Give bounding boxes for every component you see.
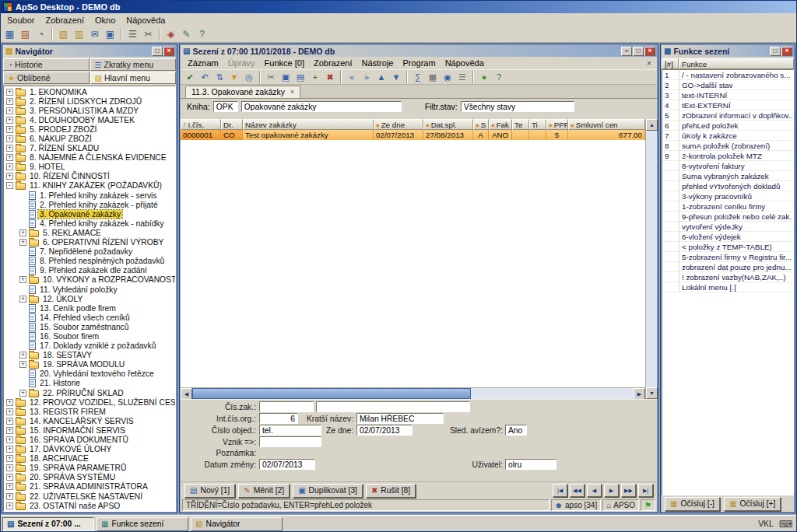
tree-item[interactable]: +14. KANCELÁŘSKÝ SERVIS (4, 416, 175, 425)
menu-nastroje[interactable]: Nástroje (356, 58, 398, 68)
folders-icon[interactable]: ▧ (56, 27, 71, 41)
tree-item[interactable]: 16. Soubor firem (4, 331, 175, 341)
tree-item[interactable]: +13. REGISTR FIREM (4, 407, 175, 416)
tree-item[interactable]: 17. Doklady vzniklé z požadavků (4, 341, 175, 351)
tree-item[interactable]: 14. Přehled všech ceníků (4, 313, 175, 322)
function-row[interactable]: 7úKoly k zakázce (662, 131, 793, 141)
function-row[interactable]: 2GO->další stav (662, 80, 793, 90)
column-header-fak[interactable]: ◆Fak (489, 119, 512, 130)
new-record-button[interactable]: ▤Nový [1] (184, 484, 235, 498)
menu-zobrazeni-session[interactable]: Zobrazení (309, 58, 357, 68)
add-record-icon[interactable]: + (308, 71, 322, 84)
renumber-plus-button[interactable]: ▦Očísluj [+] (724, 497, 781, 511)
move-down-icon[interactable]: ▼ (389, 71, 403, 84)
tree-item[interactable]: -11. KNIHY ZAKÁZEK (POŽADAVKŮ) (4, 181, 175, 191)
undo-icon[interactable]: ↶ (198, 71, 212, 84)
vznik-input[interactable] (259, 436, 321, 447)
kratsi-nazev-input[interactable]: Milan HŘEBEC (356, 413, 444, 424)
tree-item[interactable]: +23. OSTATNÍ naše APSO (4, 501, 175, 510)
grid-selected-row[interactable]: 0000001COTest opakované zakázky02/07/201… (181, 130, 645, 140)
session-titlebar[interactable]: ▤ Sezení z 07:00 11/01/2018 - DEMO db – … (181, 45, 657, 57)
column-header-s[interactable]: ◆S (473, 119, 489, 130)
expand-box[interactable]: + (6, 446, 13, 453)
tree-item[interactable]: +20. SPRÁVA SYSTÉMU (4, 473, 175, 482)
tree-item[interactable]: +3. PERSONALISTIKA A MZDY (4, 106, 175, 115)
menu-program[interactable]: Program (398, 58, 440, 68)
horizontal-scroll-thumb[interactable] (192, 388, 471, 399)
zoom-icon[interactable]: ◉ (441, 71, 455, 84)
column-header-dat-spl[interactable]: ◆Dat.spl. (423, 119, 473, 130)
tree-item[interactable]: +19. SPRÁVA MODULU (4, 360, 175, 369)
edit-icon[interactable]: ✎ (179, 27, 194, 41)
tree-item[interactable]: 15. Soubor zaměstnanců (4, 322, 175, 331)
expand-box[interactable]: + (6, 418, 13, 425)
session-menu-close-icon[interactable]: × (644, 59, 655, 68)
expand-box[interactable]: + (6, 464, 13, 471)
functions-close-button[interactable]: × (781, 47, 792, 56)
list-icon[interactable]: ☰ (455, 71, 469, 84)
expand-box[interactable]: + (6, 117, 13, 124)
tree-item[interactable]: +4. DLOUHODOBÝ MAJETEK (4, 115, 175, 124)
expand-box[interactable]: + (6, 436, 13, 443)
filtr-stav-input[interactable]: Všechny stavy (461, 101, 574, 112)
tree-item[interactable]: +5. REKLAMACE (4, 228, 175, 237)
reports-icon[interactable]: ☰ (125, 27, 140, 41)
tools-icon[interactable]: ✂ (141, 27, 156, 41)
expand-box[interactable]: + (19, 390, 26, 397)
function-row[interactable]: 6přehLed položek (662, 121, 793, 131)
ze-dne-input[interactable]: 02/07/2013 (356, 425, 413, 436)
help-icon[interactable]: ? (195, 27, 209, 41)
taskbar-functions-button[interactable]: ▦Funkce sezení (97, 517, 188, 531)
tree-item[interactable]: 13. Ceník podle firem (4, 303, 175, 313)
function-row[interactable]: 1-zobrazení ceníku firmy (662, 201, 793, 212)
record-last-button[interactable]: ▶| (638, 484, 653, 497)
tree-item[interactable]: +5. PRODEJ ZBOŽÍ (4, 124, 175, 134)
expand-box[interactable]: + (6, 107, 13, 114)
function-row[interactable]: zobrazení dat pouze pro jednu... (662, 262, 793, 272)
function-row[interactable]: 8sumA položek (zobrazení) (662, 141, 793, 151)
tree-item[interactable]: +16. SPRÁVA DOKUMENTŮ (4, 435, 175, 444)
tree-item[interactable]: 21. Historie (4, 379, 175, 388)
status-green-icon[interactable]: ● (477, 71, 491, 84)
int-org-input[interactable]: 6 (259, 413, 298, 424)
sum-icon[interactable]: ∑ (411, 71, 425, 84)
function-row[interactable]: Lokální menu [.] (662, 282, 793, 292)
grid-cell[interactable]: 5 (546, 130, 568, 140)
cis-zak-input[interactable] (259, 401, 314, 412)
kniha-name-input[interactable]: Opakované zakázky (241, 101, 402, 112)
renumber-minus-button[interactable]: ▦Očísluj [-] (665, 497, 720, 511)
grid-cell[interactable]: 677.00 (568, 130, 645, 140)
tree-item[interactable]: 9. Přehled zakázek dle zadání (4, 266, 175, 275)
sessions-icon[interactable]: ▤ (18, 27, 33, 41)
menu-napoveda[interactable]: Nápověda (121, 15, 170, 26)
edit-record-button[interactable]: ✎Měnit [2] (238, 484, 290, 498)
tree-item[interactable]: +9. HOTEL (4, 163, 175, 172)
expand-box[interactable]: + (6, 163, 13, 170)
tab-historie[interactable]: ◔Historie (3, 58, 90, 71)
delete-record-icon[interactable]: ✖ (323, 71, 337, 84)
window-titlebar[interactable]: ApSo Desktop - DEMO db (0, 0, 797, 13)
function-row[interactable]: 5-zobrazení firmy v Registru fir... (662, 252, 793, 262)
expand-box[interactable]: + (19, 296, 26, 303)
record-prev-page-button[interactable]: ◀◀ (570, 484, 585, 497)
tree-item[interactable]: 3. Opakované zakázky (4, 209, 175, 219)
functions-undock-button[interactable]: □ (770, 47, 781, 56)
expand-box[interactable]: + (19, 239, 26, 246)
record-next-page-button[interactable]: ▶▶ (621, 484, 636, 497)
functions-col-name[interactable]: Funkce (679, 58, 794, 69)
tree-item[interactable]: 1. Přehled knihy zakázek - servis (4, 191, 175, 200)
filter-icon[interactable]: ▼ (227, 71, 241, 84)
horizontal-scrollbar[interactable]: ◀ ▶ (181, 387, 645, 399)
column-header-smluvni-cen[interactable]: ◆Smluvní cen (568, 119, 645, 130)
session-close-button[interactable]: × (644, 47, 655, 56)
function-row[interactable]: 9-přesun položek nebo celé zak. (662, 212, 793, 222)
grid-cell[interactable]: CO (221, 130, 243, 140)
sort-icon[interactable]: ⇅ (212, 71, 226, 84)
tree-item[interactable]: +10. VÝKONY a ROZPRACOVANOST (4, 275, 175, 285)
tab-zkratky-menu[interactable]: ☰Zkratky menu (90, 58, 177, 71)
history-icon[interactable]: ◔ (33, 27, 48, 41)
help-icon[interactable]: ? (492, 71, 506, 84)
tree-item[interactable]: +18. ARCHIVACE (4, 454, 175, 464)
expand-box[interactable]: + (6, 98, 13, 105)
prev-record-icon[interactable]: « (345, 71, 359, 84)
